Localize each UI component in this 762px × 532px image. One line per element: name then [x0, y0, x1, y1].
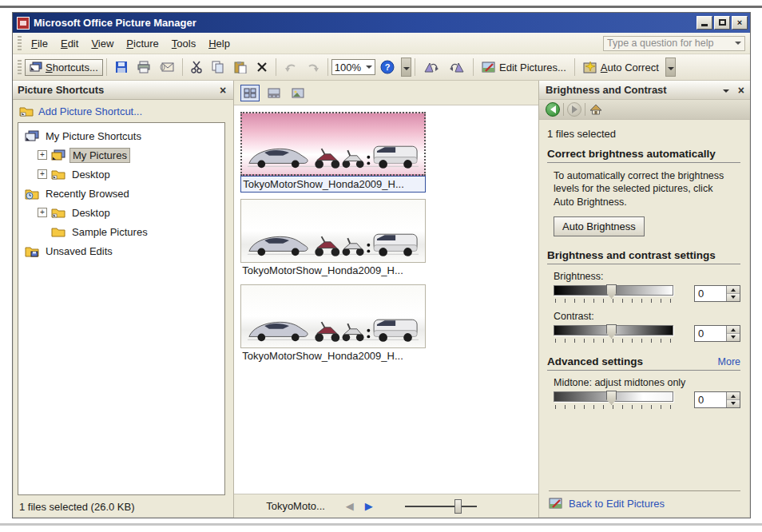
menu-edit[interactable]: Edit: [54, 35, 85, 52]
copy-button[interactable]: [207, 58, 229, 76]
zoom-slider[interactable]: [405, 498, 477, 514]
spin-up-icon[interactable]: [727, 392, 740, 400]
shortcuts-icon: [30, 62, 42, 73]
brightness-slider[interactable]: [554, 285, 673, 304]
zoom-dropdown[interactable]: 100%: [331, 59, 375, 75]
edit-pictures-button[interactable]: Edit Pictures...: [477, 59, 571, 76]
window-title: Microsoft Office Picture Manager: [34, 17, 697, 29]
thumbnail-1[interactable]: TokyoMotorShow_Honda2009_H...: [240, 112, 427, 193]
forward-icon[interactable]: [567, 102, 581, 117]
help-icon: ?: [380, 60, 395, 74]
section-heading-settings: Brightness and contrast settings: [547, 249, 740, 264]
thumbnail-3[interactable]: TokyoMotorShow_Honda2009_H...: [240, 284, 427, 363]
midtone-slider-handle[interactable]: [606, 391, 617, 405]
maximize-button[interactable]: [714, 16, 730, 30]
tree-item-unsaved-edits[interactable]: Unsaved Edits: [18, 241, 224, 260]
more-link[interactable]: More: [718, 356, 740, 367]
titlebar[interactable]: Microsoft Office Picture Manager ×: [13, 13, 750, 33]
print-button[interactable]: [133, 58, 155, 76]
chevron-down-icon: [366, 66, 372, 72]
close-panel-icon[interactable]: ×: [217, 84, 228, 97]
thumbnail-2-image: [240, 199, 426, 263]
add-picture-shortcut-link[interactable]: Add Picture Shortcut...: [38, 105, 142, 117]
midtone-spinner[interactable]: 0: [694, 391, 740, 408]
scan-artifact-bottom: [0, 523, 762, 526]
brightness-slider-handle[interactable]: [606, 284, 617, 299]
menu-help[interactable]: Help: [202, 35, 236, 52]
edit-pictures-label: Edit Pictures...: [499, 62, 566, 73]
brightness-spinner[interactable]: 0: [694, 285, 740, 302]
tree-item-sample-pictures[interactable]: Sample Pictures: [18, 222, 224, 241]
thumbnail-2[interactable]: TokyoMotorShow_Honda2009_H...: [240, 199, 427, 278]
toolbar-options-button[interactable]: [401, 58, 411, 77]
shortcuts-button[interactable]: Shortcuts...: [25, 59, 103, 76]
thumbnail-view-area: TokyoMotorShow_Honda2009_H... TokyoMotor…: [234, 81, 538, 518]
tree-item-desktop-2[interactable]: + Desktop: [18, 203, 224, 222]
app-icon: [17, 17, 30, 30]
spin-down-icon[interactable]: [727, 294, 740, 301]
toolbar-gripper[interactable]: [18, 60, 22, 74]
back-to-edit-pictures-link[interactable]: Back to Edit Pictures: [549, 498, 740, 510]
back-icon[interactable]: [546, 102, 560, 117]
picture-shortcuts-icon: [25, 130, 39, 142]
rotate-left-button[interactable]: [419, 58, 444, 76]
folder-clock-icon: [25, 188, 39, 200]
svg-text:?: ?: [385, 62, 391, 72]
edit-pictures-icon: [482, 62, 496, 73]
expand-icon[interactable]: +: [38, 150, 47, 160]
delete-button[interactable]: [252, 59, 272, 75]
section-heading-advanced-row: Advanced settings More: [547, 355, 740, 371]
help-button[interactable]: ?: [375, 58, 399, 77]
tree-item-my-picture-shortcuts[interactable]: My Picture Shortcuts: [18, 126, 224, 145]
auto-correct-button[interactable]: Auto Correct: [578, 59, 664, 76]
left-panel-title: Picture Shortcuts: [18, 84, 104, 96]
thumbnail-view-button[interactable]: [240, 85, 260, 101]
contrast-spinner[interactable]: 0: [694, 325, 740, 342]
slider-ticks: [555, 405, 672, 409]
menu-picture[interactable]: Picture: [120, 35, 165, 52]
files-selected-text: 1 files selected: [547, 128, 740, 140]
contrast-slider[interactable]: [554, 325, 673, 344]
single-picture-view-button[interactable]: [288, 85, 308, 101]
print-icon: [137, 61, 150, 73]
expand-icon[interactable]: +: [38, 208, 47, 217]
spin-up-icon[interactable]: [727, 286, 740, 294]
save-button[interactable]: [110, 58, 133, 76]
tree-item-desktop-1[interactable]: + Desktop: [18, 165, 224, 184]
panel-menu-icon[interactable]: [723, 89, 729, 96]
next-picture-button[interactable]: ▶: [365, 500, 373, 512]
mail-button[interactable]: [155, 59, 179, 75]
spin-up-icon[interactable]: [727, 326, 740, 334]
auto-brightness-button[interactable]: Auto Brightness: [554, 216, 645, 236]
tree-item-my-pictures[interactable]: + My Pictures: [18, 145, 224, 165]
redo-button[interactable]: [302, 59, 324, 75]
rotate-right-button[interactable]: [444, 58, 470, 76]
thumbnail-1-image: [240, 112, 426, 176]
spin-down-icon[interactable]: [727, 400, 740, 407]
menu-tools[interactable]: Tools: [165, 35, 202, 52]
home-icon[interactable]: [589, 103, 603, 116]
spin-down-icon[interactable]: [727, 334, 740, 341]
toolbar-options-button-2[interactable]: [665, 58, 676, 77]
midtone-value: 0: [695, 392, 726, 407]
expand-icon[interactable]: +: [38, 169, 47, 179]
help-question-input[interactable]: Type a question for help: [603, 36, 745, 51]
filmstrip-view-button[interactable]: [264, 85, 284, 101]
menu-file[interactable]: File: [25, 35, 54, 52]
rotate-right-icon: [449, 61, 465, 73]
close-button[interactable]: ×: [732, 16, 748, 30]
close-panel-icon[interactable]: ×: [736, 84, 747, 97]
cut-button[interactable]: [186, 58, 207, 76]
paste-button[interactable]: [229, 58, 252, 76]
picture-shortcuts-panel: Picture Shortcuts × Add Picture Shortcut…: [13, 81, 234, 518]
menu-view[interactable]: View: [85, 35, 120, 52]
redo-icon: [307, 62, 319, 73]
previous-picture-button[interactable]: ◀: [346, 500, 354, 512]
minimize-button[interactable]: [697, 16, 712, 30]
tree-item-recently-browsed[interactable]: Recently Browsed: [18, 184, 224, 203]
menu-gripper[interactable]: [18, 36, 22, 50]
undo-button[interactable]: [280, 59, 302, 75]
contrast-slider-handle[interactable]: [606, 324, 617, 339]
zoom-slider-handle[interactable]: [454, 499, 462, 514]
midtone-slider[interactable]: [554, 391, 673, 411]
